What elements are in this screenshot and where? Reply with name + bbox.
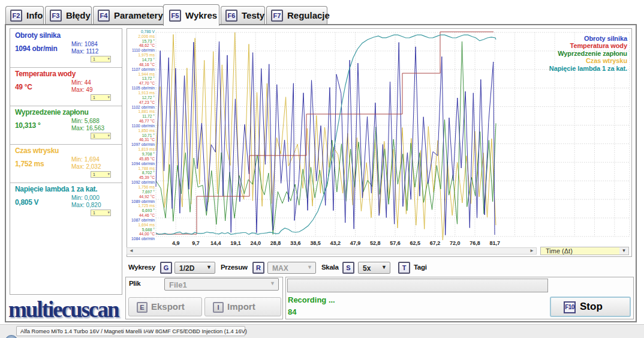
svg-text:1089 obr/min: 1089 obr/min — [131, 199, 155, 204]
svg-text:62,5: 62,5 — [410, 240, 420, 246]
svg-text:2,006 ms: 2,006 ms — [138, 34, 155, 38]
svg-text:4,9: 4,9 — [172, 240, 180, 246]
svg-text:15,73 °: 15,73 ° — [142, 39, 155, 43]
svg-text:1105 obr/min: 1105 obr/min — [131, 86, 155, 90]
svg-text:1,913 ms: 1,913 ms — [138, 91, 155, 95]
svg-text:Wyprzedzenie zapłonu: Wyprzedzenie zapłonu — [558, 50, 627, 57]
svg-text:1,788 ms: 1,788 ms — [138, 166, 155, 171]
svg-text:45,85 °C: 45,85 °C — [139, 157, 155, 161]
svg-text:1110 obr/min: 1110 obr/min — [132, 48, 155, 52]
svg-text:1,756 ms: 1,756 ms — [138, 185, 155, 189]
svg-text:Czas wtrysku: Czas wtrysku — [586, 57, 627, 64]
svg-text:1,694 ms: 1,694 ms — [138, 223, 155, 227]
svg-text:19,1: 19,1 — [230, 240, 241, 246]
svg-text:0,786 V: 0,786 V — [141, 29, 155, 34]
svg-text:48,16 °C: 48,16 °C — [139, 62, 155, 67]
svg-text:11,72 °: 11,72 ° — [142, 114, 155, 118]
svg-text:Temperatura wody: Temperatura wody — [570, 42, 628, 49]
svg-text:Obroty silnika: Obroty silnika — [584, 35, 628, 42]
svg-text:28,8: 28,8 — [270, 240, 281, 246]
svg-text:Napięcie lambda 1 za kat.: Napięcie lambda 1 za kat. — [549, 65, 627, 72]
svg-text:47,23 °C: 47,23 °C — [139, 100, 155, 104]
svg-text:46,31 °C: 46,31 °C — [139, 137, 155, 142]
svg-text:72,0: 72,0 — [450, 240, 461, 246]
svg-text:44,46 °C: 44,46 °C — [139, 213, 155, 217]
svg-text:14,73 °: 14,73 ° — [142, 58, 155, 62]
svg-text:1087 obr/min: 1087 obr/min — [131, 218, 155, 222]
svg-text:1102 obr/min: 1102 obr/min — [131, 105, 155, 109]
svg-text:1,850 ms: 1,850 ms — [138, 128, 155, 133]
svg-text:76,8: 76,8 — [470, 240, 480, 246]
svg-text:81,7: 81,7 — [489, 240, 500, 246]
svg-text:5,688 °: 5,688 ° — [142, 228, 155, 232]
svg-text:44,92 °C: 44,92 °C — [139, 195, 155, 199]
svg-text:38,5: 38,5 — [310, 240, 321, 246]
svg-text:45,39 °C: 45,39 °C — [139, 175, 155, 180]
svg-text:67,2: 67,2 — [430, 240, 441, 246]
svg-text:1,881 ms: 1,881 ms — [138, 109, 155, 113]
svg-text:1,944 ms: 1,944 ms — [138, 72, 155, 76]
svg-text:13,72 °: 13,72 ° — [142, 76, 155, 80]
svg-text:52,8: 52,8 — [370, 240, 381, 246]
svg-text:1097 obr/min: 1097 obr/min — [131, 142, 155, 146]
svg-text:46,77 °C: 46,77 °C — [139, 119, 155, 123]
svg-text:33,6: 33,6 — [290, 240, 301, 246]
svg-text:12,72 °: 12,72 ° — [142, 95, 155, 100]
svg-text:1107 obr/min: 1107 obr/min — [131, 67, 155, 71]
svg-text:1,725 ms: 1,725 ms — [138, 204, 155, 208]
svg-text:43,2: 43,2 — [330, 240, 341, 246]
svg-text:14,4: 14,4 — [210, 240, 221, 246]
svg-text:1092 obr/min: 1092 obr/min — [131, 180, 155, 184]
svg-text:1100 obr/min: 1100 obr/min — [131, 124, 155, 128]
svg-text:44,00 °C: 44,00 °C — [139, 232, 155, 236]
svg-text:47,9: 47,9 — [350, 240, 361, 246]
svg-text:48,62 °C: 48,62 °C — [139, 43, 155, 47]
svg-text:24,0: 24,0 — [250, 240, 261, 246]
svg-text:47,70 °C: 47,70 °C — [139, 81, 155, 85]
svg-text:6,693 °: 6,693 ° — [142, 208, 155, 213]
svg-text:7,697 °: 7,697 ° — [142, 190, 155, 194]
svg-text:1,819 ms: 1,819 ms — [138, 147, 155, 151]
svg-text:1094 obr/min: 1094 obr/min — [131, 161, 155, 166]
svg-text:9,7: 9,7 — [192, 240, 200, 246]
svg-text:8,702 °: 8,702 ° — [142, 171, 155, 175]
svg-text:1084 obr/min: 1084 obr/min — [131, 237, 155, 241]
svg-text:9,708 °: 9,708 ° — [142, 152, 155, 156]
svg-text:1,975 ms: 1,975 ms — [138, 53, 155, 57]
svg-text:10,71 °: 10,71 ° — [142, 133, 155, 137]
svg-text:57,6: 57,6 — [390, 240, 401, 246]
